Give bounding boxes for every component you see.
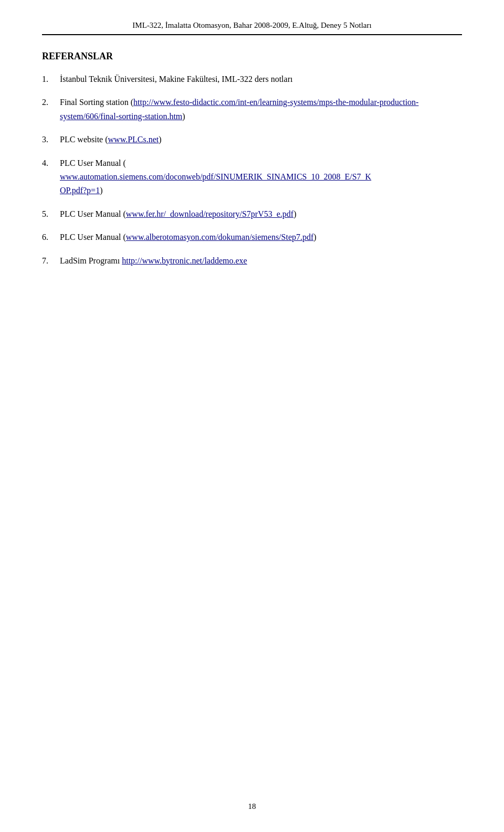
reference-item-3: 3. PLC website (www.PLCs.net) (42, 133, 462, 146)
ref-7-link[interactable]: http://www.bytronic.net/laddemo.exe (122, 256, 247, 265)
ref-content-6: PLC User Manual (www.alberotomasyon.com/… (60, 230, 317, 244)
ref-content-4: PLC User Manual (www.automation.siemens.… (60, 156, 371, 198)
ref-7-prefix: LadSim Programı (60, 256, 122, 265)
section-title: REFERANSLAR (42, 51, 462, 62)
ref-3-link[interactable]: www.PLCs.net (108, 135, 159, 144)
ref-content-5: PLC User Manual (www.fer.hr/_download/re… (60, 207, 296, 221)
ref-number-7: 7. (42, 254, 55, 268)
ref-3-prefix: PLC website ( (60, 135, 108, 144)
ref-number-1: 1. (42, 72, 55, 86)
ref-4-suffix: ) (100, 186, 102, 195)
page-footer: 18 (0, 802, 504, 811)
ref-content-2: Final Sorting station (http://www.festo-… (60, 96, 462, 123)
ref-6-link[interactable]: www.alberotomasyon.com/dokuman/siemens/S… (126, 233, 314, 241)
reference-item-4: 4. PLC User Manual (www.automation.sieme… (42, 156, 462, 198)
ref-content-3: PLC website (www.PLCs.net) (60, 133, 162, 146)
ref-5-prefix: PLC User Manual ( (60, 209, 126, 218)
ref-content-7: LadSim Programı http://www.bytronic.net/… (60, 254, 247, 268)
references-list: 1. İstanbul Teknik Üniversitesi, Makine … (42, 72, 462, 268)
ref-4-prefix: PLC User Manual ( (60, 159, 126, 167)
ref-3-suffix: ) (159, 135, 161, 144)
reference-item-5: 5. PLC User Manual (www.fer.hr/_download… (42, 207, 462, 221)
ref-4-link[interactable]: www.automation.siemens.com/doconweb/pdf/… (60, 172, 371, 195)
ref-content-1: İstanbul Teknik Üniversitesi, Makine Fak… (60, 72, 292, 86)
ref-5-link[interactable]: www.fer.hr/_download/repository/S7prV53_… (126, 209, 293, 218)
reference-item-2: 2. Final Sorting station (http://www.fes… (42, 96, 462, 123)
ref-number-2: 2. (42, 96, 55, 123)
ref-number-5: 5. (42, 207, 55, 221)
ref-6-suffix: ) (313, 233, 316, 241)
ref-2-prefix: Final Sorting station ( (60, 98, 133, 107)
reference-item-1: 1. İstanbul Teknik Üniversitesi, Makine … (42, 72, 462, 86)
reference-item-7: 7. LadSim Programı http://www.bytronic.n… (42, 254, 462, 268)
ref-number-6: 6. (42, 230, 55, 244)
ref-5-suffix: ) (293, 209, 296, 218)
ref-6-prefix: PLC User Manual ( (60, 233, 126, 241)
ref-number-4: 4. (42, 156, 55, 198)
ref-number-3: 3. (42, 133, 55, 146)
page-header: IML-322, İmalatta Otomasyon, Bahar 2008-… (42, 21, 462, 35)
reference-item-6: 6. PLC User Manual (www.alberotomasyon.c… (42, 230, 462, 244)
ref-2-suffix: ) (182, 112, 185, 121)
